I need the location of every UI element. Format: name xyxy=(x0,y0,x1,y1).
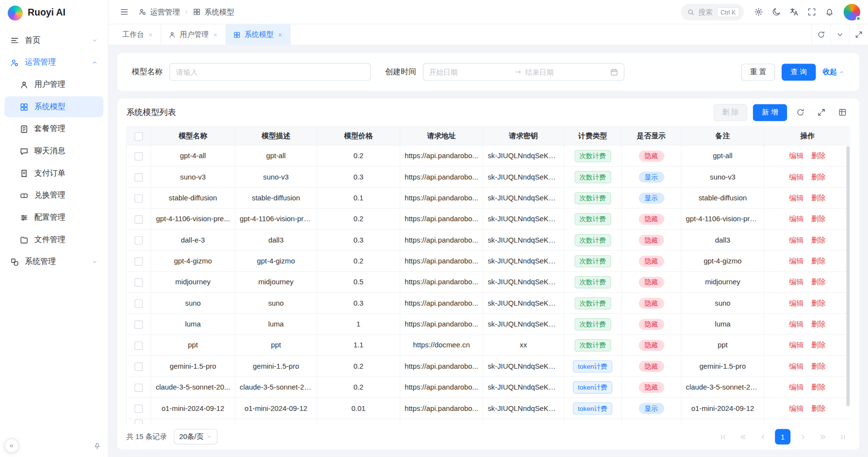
settings-gear-icon[interactable] xyxy=(751,4,766,20)
next-page-button[interactable] xyxy=(795,429,810,444)
delete-link[interactable]: 删除 xyxy=(811,257,826,265)
date-range-picker[interactable] xyxy=(423,63,624,81)
row-checkbox[interactable] xyxy=(134,299,143,308)
sidebar-item-redeem[interactable]: 兑换管理 xyxy=(4,185,103,206)
row-checkbox[interactable] xyxy=(134,173,143,181)
hamburger-menu-icon[interactable] xyxy=(116,4,132,20)
prev-pages-button[interactable] xyxy=(735,429,751,444)
row-checkbox[interactable] xyxy=(134,152,143,160)
tab-workbench[interactable]: 工作台 xyxy=(115,24,161,45)
sidebar-item-user[interactable]: 用户管理 xyxy=(4,74,103,95)
edit-link[interactable]: 编辑 xyxy=(789,299,803,307)
edit-link[interactable]: 编辑 xyxy=(789,341,803,349)
first-page-button[interactable] xyxy=(715,429,731,444)
sidebar-item-package[interactable]: 套餐管理 xyxy=(4,118,103,139)
delete-link[interactable]: 删除 xyxy=(811,362,826,370)
row-checkbox[interactable] xyxy=(134,194,143,202)
sidebar-collapse-button[interactable]: « xyxy=(4,439,19,453)
close-tab-icon[interactable] xyxy=(278,32,283,37)
brand-logo-icon xyxy=(8,5,23,20)
page-size-select[interactable]: 20条/页 xyxy=(174,429,217,444)
collapse-filters-link[interactable]: 收起 xyxy=(822,67,845,77)
language-translate-icon[interactable] xyxy=(786,4,802,20)
prev-page-button[interactable] xyxy=(755,429,770,444)
sidebar-group-home[interactable]: 首页 xyxy=(4,30,103,51)
row-checkbox[interactable] xyxy=(134,215,143,223)
edit-link[interactable]: 编辑 xyxy=(789,362,803,370)
row-checkbox[interactable] xyxy=(134,236,143,245)
row-checkbox[interactable] xyxy=(134,320,143,328)
sidebar-item-order[interactable]: 支付订单 xyxy=(4,163,103,183)
refresh-table-icon[interactable] xyxy=(793,105,808,120)
tab-menu-chevron-down-icon[interactable] xyxy=(830,24,849,45)
select-all-checkbox[interactable] xyxy=(134,132,143,140)
bulk-delete-button[interactable]: 删 除 xyxy=(713,104,747,121)
notifications-bell-icon[interactable] xyxy=(821,4,837,20)
delete-link[interactable]: 删除 xyxy=(811,277,826,286)
sidebar-group-system[interactable]: 系统管理 xyxy=(4,251,103,272)
row-checkbox[interactable] xyxy=(134,404,143,412)
row-checkbox[interactable] xyxy=(134,383,143,392)
column-settings-icon[interactable] xyxy=(835,105,850,120)
scrollbar-thumb[interactable] xyxy=(846,146,850,406)
current-page-button[interactable]: 1 xyxy=(775,429,790,444)
reset-button[interactable]: 重 置 xyxy=(741,64,775,81)
delete-link[interactable]: 删除 xyxy=(811,320,826,328)
sidebar-item-file[interactable]: 文件管理 xyxy=(4,229,103,250)
close-tab-icon[interactable] xyxy=(213,32,218,37)
global-search[interactable]: 搜索 Ctrl K xyxy=(681,3,744,20)
edit-link[interactable]: 编辑 xyxy=(789,214,803,223)
model-name-input[interactable] xyxy=(169,63,371,81)
dark-mode-moon-icon[interactable] xyxy=(769,4,784,20)
row-checkbox[interactable] xyxy=(134,341,143,349)
table-scrollbar[interactable] xyxy=(846,146,850,423)
breadcrumb-item-operations[interactable]: 运营管理 xyxy=(138,7,180,17)
row-checkbox[interactable] xyxy=(134,278,143,286)
row-checkbox[interactable] xyxy=(134,362,143,371)
chevron-down-icon xyxy=(206,434,212,439)
sidebar-item-config[interactable]: 配置管理 xyxy=(4,207,103,228)
delete-link[interactable]: 删除 xyxy=(811,151,826,160)
edit-link[interactable]: 编辑 xyxy=(789,172,803,180)
delete-link[interactable]: 删除 xyxy=(811,214,826,223)
edit-link[interactable]: 编辑 xyxy=(789,257,803,265)
edit-link[interactable]: 编辑 xyxy=(789,194,803,202)
user-avatar[interactable] xyxy=(844,3,860,20)
tab-user[interactable]: 用户管理 xyxy=(161,24,226,45)
last-page-button[interactable] xyxy=(835,429,850,444)
edit-link[interactable]: 编辑 xyxy=(789,151,803,160)
table-fullscreen-icon[interactable] xyxy=(814,105,829,120)
sidebar-group-operations[interactable]: 运营管理 xyxy=(4,52,103,73)
query-button[interactable]: 查 询 xyxy=(782,64,816,81)
sidebar-item-chat[interactable]: 聊天消息 xyxy=(4,141,103,162)
delete-link[interactable]: 删除 xyxy=(811,383,826,391)
next-pages-button[interactable] xyxy=(815,429,830,444)
delete-link[interactable]: 删除 xyxy=(811,172,826,180)
content-expand-icon[interactable] xyxy=(849,24,868,45)
breadcrumb-item-model[interactable]: 系统模型 xyxy=(193,7,234,17)
edit-link[interactable]: 编辑 xyxy=(789,320,803,328)
sidebar-item-model[interactable]: 系统模型 xyxy=(4,97,103,117)
delete-link[interactable]: 删除 xyxy=(811,299,826,307)
table-row: gpt-4-gizmogpt-4-gizmo0.2https://api.pan… xyxy=(127,250,851,271)
close-tab-icon[interactable] xyxy=(148,32,153,37)
tab-model[interactable]: 系统模型 xyxy=(226,24,290,45)
refresh-page-icon[interactable] xyxy=(812,24,831,45)
edit-link[interactable]: 编辑 xyxy=(789,277,803,286)
add-button[interactable]: 新 增 xyxy=(753,104,787,121)
delete-link[interactable]: 删除 xyxy=(811,235,826,244)
delete-link[interactable]: 删除 xyxy=(811,341,826,349)
delete-link[interactable]: 删除 xyxy=(811,404,826,412)
pin-sidebar-icon[interactable] xyxy=(93,442,101,451)
fullscreen-icon[interactable] xyxy=(804,4,819,20)
billing-type-badge: 次数计费 xyxy=(574,318,611,330)
brand[interactable]: Ruoyi AI xyxy=(0,0,108,25)
end-date-input[interactable] xyxy=(525,68,606,76)
edit-link[interactable]: 编辑 xyxy=(789,383,803,391)
start-date-input[interactable] xyxy=(429,68,510,76)
edit-link[interactable]: 编辑 xyxy=(789,235,803,244)
delete-link[interactable]: 删除 xyxy=(811,194,826,202)
edit-link[interactable]: 编辑 xyxy=(789,404,803,412)
row-checkbox[interactable] xyxy=(134,257,143,265)
request-url-cell: https://api.pandarobo... xyxy=(400,398,483,419)
